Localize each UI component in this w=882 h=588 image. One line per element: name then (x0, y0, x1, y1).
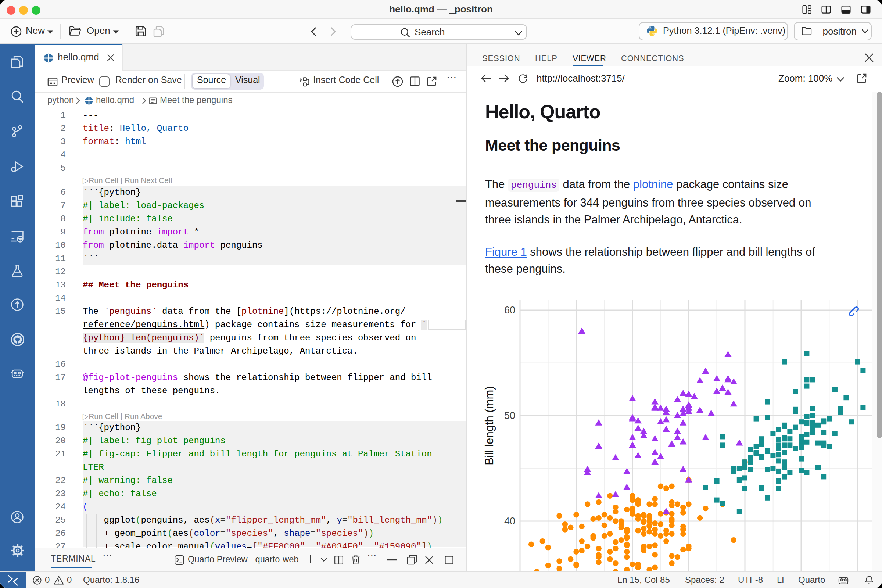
svg-text:50: 50 (504, 410, 515, 421)
svg-text:Bill length (mm): Bill length (mm) (483, 386, 496, 465)
svg-text:60: 60 (504, 304, 515, 316)
svg-text:40: 40 (504, 516, 515, 526)
